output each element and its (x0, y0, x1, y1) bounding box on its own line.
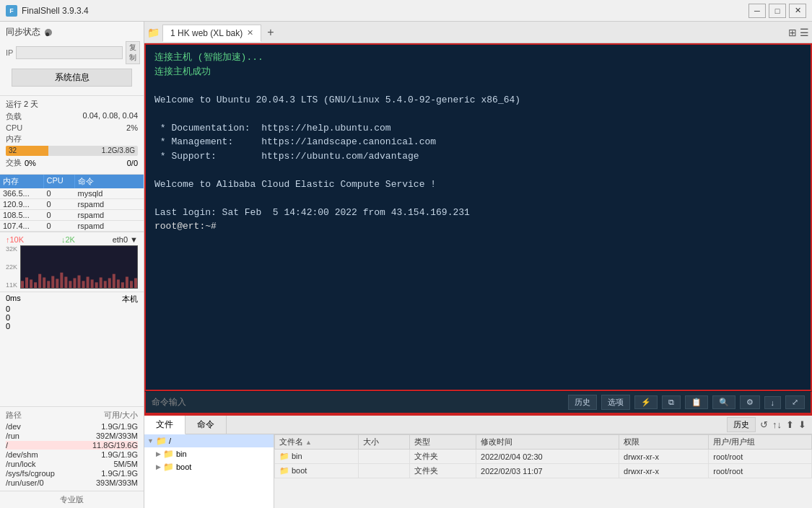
bottom-tab-files[interactable]: 文件 (144, 416, 185, 434)
tree-folder-bin: 📁 (163, 449, 174, 459)
edition-text: 专业版 (60, 495, 84, 504)
cmd-input-label: 命令输入 (152, 396, 186, 408)
maximize-button[interactable]: □ (769, 4, 786, 18)
tree-folder-boot: 📁 (163, 462, 174, 472)
tree-expand-root: ▼ (147, 437, 154, 444)
minimize-button[interactable]: ─ (748, 4, 766, 18)
tab-close-0[interactable]: ✕ (247, 28, 253, 38)
disk-path-0: /dev (6, 422, 21, 431)
disk-size-1: 392M/393M (96, 432, 138, 440)
disk-rows: /dev 1.9G/1.9G /run 392M/393M / 11.8G/19… (6, 422, 138, 487)
swap-label: 交换 (6, 157, 22, 168)
close-button[interactable]: ✕ (789, 4, 806, 18)
file-table: 文件名 ▲ 大小 类型 修改时间 权限 用户/用户组 (274, 434, 812, 478)
bottom-file-layout: ▼ 📁 / ▶ 📁 bin ▶ 📁 boot (144, 434, 812, 508)
scroll-down-button[interactable]: ↓ (764, 396, 782, 409)
svg-rect-25 (130, 281, 133, 288)
file-type-0: 文件夹 (409, 450, 476, 464)
disk-row-2: / 11.8G/19.6G (6, 441, 138, 450)
network-section: ↑10K ↓2K eth0 ▼ 32K 22K 11K (0, 232, 144, 292)
disk-row-6: /run/user/0 393M/393M (6, 478, 138, 487)
lightning-button[interactable]: ⚡ (634, 395, 658, 409)
file-tree-root[interactable]: ▼ 📁 / (144, 434, 274, 447)
net-iface-label[interactable]: eth0 ▼ (113, 235, 138, 244)
svg-rect-5 (43, 278, 45, 289)
pro-edition-label: 专业版 (0, 491, 144, 508)
refresh-icon[interactable]: ↺ (760, 419, 768, 430)
tab-add-button[interactable]: + (263, 26, 278, 39)
disk-row-1: /run 392M/393M (6, 432, 138, 440)
file-tree-boot[interactable]: ▶ 📁 boot (144, 460, 274, 473)
process-cpu-1: 0 (44, 199, 75, 209)
uptime-row: 运行 2 天 (6, 99, 138, 110)
disk-size-5: 1.9G/1.9G (101, 469, 138, 478)
sidebar: 同步状态 ● IP 复制 系统信息 运行 2 天 负载 0.04, 0.08, … (0, 22, 144, 508)
latency-host: 本机 (122, 294, 138, 305)
tab-label-0: 1 HK web (XL bak) (170, 28, 243, 38)
download-icon[interactable]: ⬇ (798, 419, 806, 430)
svg-rect-10 (64, 277, 67, 288)
cmd-input-bar: 命令输入 历史 选项 ⚡ ⧉ 📋 🔍 ⚙ ↓ ⤢ (144, 391, 812, 414)
app-icon: F (6, 5, 17, 17)
cmd-input-field[interactable] (191, 398, 564, 408)
svg-rect-12 (73, 278, 76, 288)
search-button[interactable]: 🔍 (712, 395, 735, 409)
terminal-line-9: Welcome to Alibaba Cloud Elastic Compute… (154, 178, 802, 192)
col-permissions[interactable]: 权限 (619, 435, 709, 450)
file-row-0[interactable]: 📁bin 文件夹 2022/02/04 02:30 drwxr-xr-x roo… (275, 450, 812, 464)
col-modified[interactable]: 修改时间 (476, 435, 619, 450)
terminal-line-1: 连接主机成功 (154, 65, 802, 79)
sort-arrow-name: ▲ (305, 439, 312, 446)
mem-progress-bar: 32 1.2G/3.8G (6, 146, 138, 156)
disk-header: 路径 可用/大小 (6, 410, 138, 421)
col-owner[interactable]: 用户/用户组 (709, 435, 812, 450)
ip-input[interactable] (16, 46, 123, 59)
grid-view-icon[interactable]: ⊞ (788, 27, 797, 38)
tab-item-0[interactable]: 1 HK web (XL bak) ✕ (162, 25, 261, 42)
col-type[interactable]: 类型 (409, 435, 476, 450)
history-button[interactable]: 历史 (568, 395, 597, 410)
file-tree-bin[interactable]: ▶ 📁 bin (144, 447, 274, 460)
terminal-maximize-button[interactable]: ⤢ (785, 395, 805, 409)
main-layout: 同步状态 ● IP 复制 系统信息 运行 2 天 负载 0.04, 0.08, … (0, 22, 812, 508)
bottom-tab-commands[interactable]: 命令 (185, 416, 227, 434)
terminal-area[interactable]: 连接主机 (智能加速)...连接主机成功 Welcome to Ubuntu 2… (144, 43, 812, 391)
sync-icon[interactable]: ↑↓ (772, 419, 782, 430)
process-mem-3: 107.4... (0, 221, 44, 231)
file-name-1: 📁boot (275, 464, 359, 478)
svg-rect-18 (100, 278, 102, 289)
file-size-0 (359, 450, 409, 464)
svg-rect-4 (38, 274, 41, 288)
svg-rect-22 (117, 279, 120, 288)
col-name[interactable]: 文件名 ▲ (275, 435, 359, 450)
terminal-settings-button[interactable]: ⚙ (740, 395, 760, 409)
latency-row: 0ms 本机 (6, 294, 138, 305)
file-row-1[interactable]: 📁boot 文件夹 2022/02/03 11:07 drwxr-xr-x ro… (275, 464, 812, 478)
terminal-line-11: Last login: Sat Feb 5 14:42:00 2022 from… (154, 206, 802, 220)
options-button[interactable]: 选项 (601, 395, 630, 410)
paste-button[interactable]: 📋 (685, 395, 708, 409)
svg-rect-8 (56, 279, 58, 288)
svg-rect-7 (51, 276, 54, 288)
disk-size-3: 1.9G/1.9G (101, 450, 138, 459)
bottom-history-button[interactable]: 历史 (727, 417, 756, 432)
bottom-panel: 文件 命令 历史 ↺ ↑↓ ⬆ ⬇ ▼ 📁 / (144, 414, 812, 508)
mem-label-row: 内存 (6, 133, 138, 144)
tree-root-label: / (169, 437, 171, 445)
tree-expand-bin: ▶ (156, 450, 161, 457)
process-table-header: 内存 CPU 命令 (0, 175, 144, 188)
process-row-2: 108.5... 0 rspamd (0, 210, 144, 221)
tab-menu-icon[interactable]: ☰ (800, 27, 809, 38)
file-modified-1: 2022/02/03 11:07 (476, 464, 619, 478)
sync-dot: ● (45, 29, 52, 36)
terminal-line-2 (154, 79, 802, 93)
file-permissions-0: drwxr-xr-x (619, 450, 709, 464)
svg-rect-17 (95, 282, 98, 288)
copy-ip-button[interactable]: 复制 (126, 41, 140, 64)
col-size[interactable]: 大小 (359, 435, 409, 450)
process-cmd-0: mysqld (75, 188, 144, 198)
copy-button[interactable]: ⧉ (662, 395, 681, 409)
upload-icon[interactable]: ⬆ (786, 419, 794, 430)
sys-info-button[interactable]: 系统信息 (12, 69, 132, 87)
file-modified-0: 2022/02/04 02:30 (476, 450, 619, 464)
